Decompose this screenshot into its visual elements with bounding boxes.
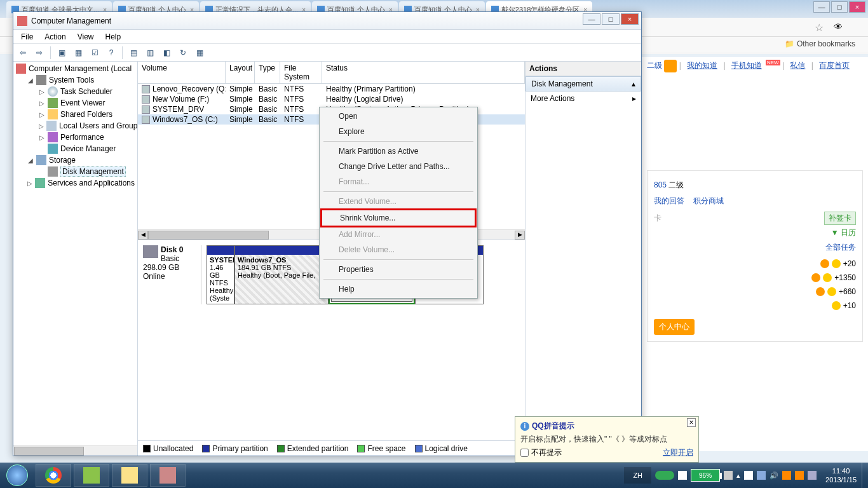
my-zhidao-link[interactable]: 我的知道 (687, 61, 717, 70)
ctx-shrink-volume[interactable]: Shrink Volume... (322, 210, 475, 226)
ctx-change-drive-letter[interactable]: Change Drive Letter and Paths... (321, 159, 476, 174)
user-center-button[interactable]: 个人中心 (654, 319, 695, 335)
mobile-zhidao-link[interactable]: 手机知道 (731, 61, 762, 70)
ctx-mark-active[interactable]: Mark Partition as Active (321, 144, 476, 159)
ctx-properties[interactable]: Properties (321, 262, 476, 277)
partition-system-drv[interactable]: SYSTEM_DRV 1.46 GB NTFS Healthy (Syste (207, 245, 234, 304)
tree-storage[interactable]: ◢Storage (26, 154, 136, 166)
toolbar-button[interactable]: ▤ (126, 46, 140, 60)
notification-badge-icon[interactable] (664, 60, 677, 72)
collapse-icon[interactable]: ◢ (27, 157, 34, 164)
nav-back-button[interactable]: ⇦ (16, 46, 30, 60)
taskbar-explorer[interactable] (112, 464, 147, 487)
tray-icon[interactable] (782, 471, 791, 480)
up-button[interactable]: ▣ (55, 46, 69, 60)
scroll-left-button[interactable]: ◀ (138, 231, 148, 240)
toolbar-button[interactable]: ◧ (159, 46, 173, 60)
help-button[interactable]: ? (104, 46, 118, 60)
column-header-layout[interactable]: Layout (226, 62, 255, 83)
column-header-type[interactable]: Type (255, 62, 280, 83)
tree-root[interactable]: Computer Management (Local (15, 63, 136, 74)
all-tasks-link[interactable]: 全部任务 (825, 243, 856, 252)
tree-local-users[interactable]: ▷Local Users and Groups (37, 120, 136, 132)
tray-icon[interactable] (795, 471, 804, 480)
bookmark-star-icon[interactable]: ☆ (815, 22, 824, 34)
partition-windows7-os[interactable]: Windows7_OS 184.91 GB NTFS Healthy (Boot… (234, 245, 329, 304)
window-maximize-button[interactable]: □ (602, 13, 620, 25)
volume-row[interactable]: New Volume (F:)SimpleBasicNTFSHealthy (L… (138, 94, 525, 104)
sign-card-button[interactable]: 补签卡 (824, 212, 856, 225)
menu-view[interactable]: View (72, 31, 99, 43)
expand-icon[interactable]: ▷ (39, 88, 45, 95)
tooltip-close-button[interactable]: × (687, 418, 696, 427)
tray-icon[interactable] (808, 471, 817, 480)
start-button[interactable] (0, 463, 34, 488)
taskbar-messenger[interactable] (74, 464, 109, 487)
battery-indicator[interactable]: 96% (691, 469, 720, 482)
browser-minimize-button[interactable]: — (813, 1, 830, 13)
scrollbar-thumb[interactable] (14, 447, 84, 456)
scroll-right-button[interactable]: ▶ (515, 231, 525, 240)
baidu-home-link[interactable]: 百度首页 (819, 61, 850, 70)
toolbar-button[interactable]: ▥ (143, 46, 157, 60)
language-indicator[interactable]: ZH (624, 467, 651, 484)
column-header-volume[interactable]: Volume (138, 62, 226, 83)
no-remind-checkbox[interactable]: 不再提示 (520, 447, 562, 458)
my-answers-tab[interactable]: 我的回答 (654, 196, 684, 205)
collapse-icon[interactable]: ◢ (27, 77, 34, 84)
show-desktop-button[interactable] (862, 463, 868, 488)
other-bookmarks-button[interactable]: 📁 Other bookmarks (785, 39, 855, 48)
tree-task-scheduler[interactable]: ▷Task Scheduler (37, 86, 136, 97)
window-minimize-button[interactable]: — (583, 13, 600, 25)
properties-button[interactable]: ☑ (88, 46, 102, 60)
menu-action[interactable]: Action (39, 31, 71, 43)
expand-icon[interactable]: ▷ (39, 123, 44, 130)
actions-disk-management[interactable]: Disk Management▴ (526, 76, 641, 92)
tree-device-manager[interactable]: Device Manager (37, 143, 136, 154)
nav-forward-button[interactable]: ⇨ (32, 46, 46, 60)
browser-maximize-button[interactable]: □ (831, 1, 848, 13)
tray-icon[interactable] (678, 471, 687, 480)
expand-icon[interactable]: ▷ (27, 180, 32, 187)
taskbar-computer-management[interactable] (150, 464, 186, 487)
window-close-button[interactable]: × (621, 13, 639, 25)
tree-services[interactable]: ▷Services and Applications (26, 177, 136, 189)
network-icon[interactable] (757, 471, 766, 480)
tray-icon[interactable] (724, 471, 733, 480)
clock[interactable]: 11:40 2013/1/15 (820, 465, 862, 485)
tree-shared-folders[interactable]: ▷Shared Folders (37, 109, 136, 120)
tree-performance[interactable]: ▷Performance (37, 132, 136, 143)
ctx-explore[interactable]: Explore (321, 124, 476, 139)
window-titlebar[interactable]: Computer Management — □ × (13, 12, 641, 30)
ctx-help[interactable]: Help (321, 281, 476, 297)
tree-system-tools[interactable]: ◢System Tools (26, 74, 136, 86)
column-header-status[interactable]: Status (322, 62, 525, 83)
ctx-open[interactable]: Open (321, 109, 476, 124)
menu-file[interactable]: File (16, 31, 38, 43)
enable-link[interactable]: 立即开启 (663, 447, 693, 458)
expand-icon[interactable]: ▷ (39, 134, 45, 141)
browser-close-button[interactable]: × (849, 1, 865, 13)
tree-event-viewer[interactable]: ▷Event Viewer (37, 97, 136, 109)
points-shop-tab[interactable]: 积分商城 (693, 196, 724, 205)
toolbar-button[interactable]: ▦ (193, 46, 207, 60)
show-hide-tree-button[interactable]: ▦ (71, 46, 85, 60)
actions-more[interactable]: More Actions▸ (526, 92, 641, 105)
disk-header[interactable]: Disk 0 Basic 298.09 GB Online (143, 245, 201, 304)
messages-link[interactable]: 私信 (790, 61, 805, 70)
action-center-icon[interactable] (744, 471, 753, 480)
volume-icon[interactable]: 🔊 (770, 471, 778, 480)
taskbar-chrome[interactable] (36, 464, 71, 487)
extension-icon[interactable]: 👁 (834, 22, 843, 32)
menu-help[interactable]: Help (100, 31, 126, 43)
scrollbar-thumb[interactable] (148, 231, 269, 240)
tray-expand-icon[interactable]: ▴ (736, 471, 740, 480)
tree-disk-management[interactable]: Disk Management (37, 166, 136, 177)
column-header-filesystem[interactable]: File System (280, 62, 322, 83)
tree-horizontal-scrollbar[interactable] (13, 445, 137, 456)
calendar-toggle[interactable]: ▼ 日历 (654, 227, 856, 238)
tray-icon[interactable] (655, 471, 674, 480)
expand-icon[interactable]: ▷ (39, 100, 45, 107)
volume-row[interactable]: Lenovo_Recovery (Q:)SimpleBasicNTFSHealt… (138, 84, 525, 94)
expand-icon[interactable]: ▷ (39, 111, 45, 118)
